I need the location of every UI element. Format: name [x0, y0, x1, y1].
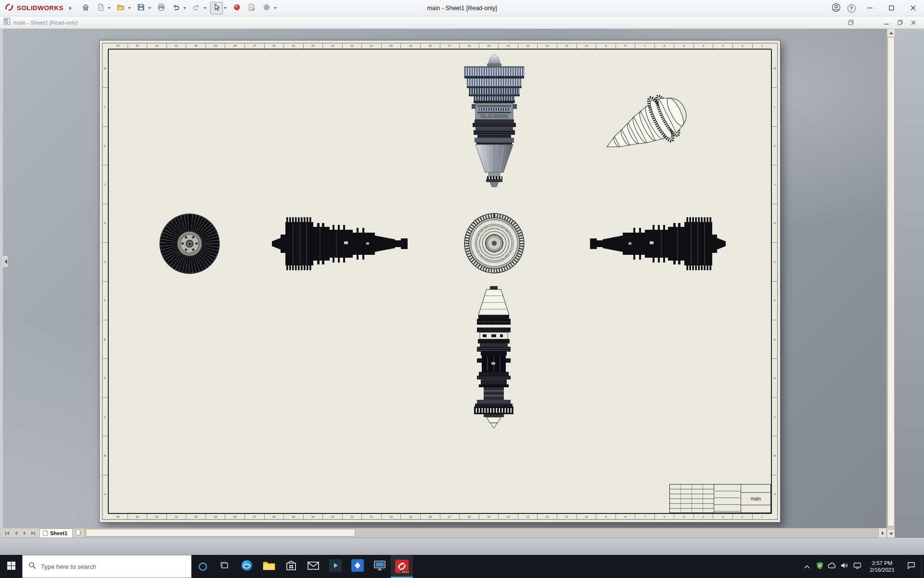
open-button[interactable] — [115, 2, 127, 14]
minimize-button[interactable] — [859, 0, 881, 16]
zone-label: 14 — [499, 514, 518, 520]
drawing-view-top-shaded[interactable] — [458, 54, 530, 198]
tile-windows-button[interactable] — [844, 18, 858, 27]
hidden-icons-button[interactable] — [801, 555, 813, 578]
home-button[interactable] — [79, 2, 92, 14]
first-sheet-button[interactable] — [3, 528, 12, 538]
drawing-sheet[interactable]: 3433323130292827262524232221201918171615… — [99, 40, 781, 523]
new-document-dropdown-icon[interactable] — [108, 7, 111, 9]
zone-label: B — [772, 436, 778, 475]
zone-label: L — [772, 88, 778, 126]
blue-app-button[interactable] — [346, 555, 369, 578]
help-button[interactable]: ? — [844, 0, 859, 16]
zone-label: 2 — [733, 43, 753, 49]
vertical-scrollbar[interactable] — [886, 29, 895, 538]
undo-dropdown-icon[interactable] — [183, 7, 186, 9]
new-document-button[interactable] — [94, 2, 107, 14]
zone-label: D — [772, 359, 778, 397]
3dexperience-button[interactable] — [231, 2, 243, 14]
taskbar-clock[interactable]: 3:57 PM 2/16/2021 — [863, 555, 901, 578]
file-explorer-button[interactable] — [258, 555, 280, 578]
drawing-view-side-left[interactable] — [272, 214, 413, 273]
maximize-button[interactable] — [881, 0, 902, 16]
zone-label: 26 — [265, 514, 284, 520]
zone-label: 24 — [304, 514, 323, 520]
select-tool-button[interactable] — [210, 2, 223, 14]
solidworks-taskbar-button[interactable]: 2021 — [391, 555, 413, 578]
monitor-app-button[interactable] — [369, 555, 391, 578]
child-close-button[interactable] — [907, 18, 920, 27]
zone-label: 7 — [635, 514, 655, 520]
horizontal-scrollbar-thumb[interactable] — [86, 529, 355, 537]
options-dropdown-icon[interactable] — [274, 7, 277, 9]
options-button[interactable] — [260, 2, 273, 14]
vertical-scrollbar-thumb[interactable] — [887, 37, 895, 526]
scroll-down-button[interactable] — [887, 530, 895, 538]
store-button[interactable] — [280, 555, 302, 578]
drawing-view-front-fan[interactable] — [160, 214, 219, 273]
zone-label: 15 — [479, 43, 499, 49]
menu-expand-arrow-icon[interactable] — [69, 6, 72, 10]
show-desktop-button[interactable] — [921, 555, 924, 578]
close-button[interactable] — [902, 0, 924, 16]
mail-button[interactable] — [302, 555, 324, 578]
cloud-icon — [828, 562, 836, 571]
drawing-view-bottom[interactable] — [462, 285, 525, 430]
zone-label: 1 — [753, 43, 772, 49]
featuremanager-collapse-handle[interactable] — [3, 255, 9, 268]
select-dropdown-icon[interactable] — [224, 7, 227, 9]
print-button[interactable] — [155, 2, 167, 14]
tab-sheet1[interactable]: Sheet1 — [39, 528, 73, 538]
redo-button[interactable] — [190, 2, 203, 14]
child-restore-button[interactable] — [893, 18, 907, 27]
open-dropdown-icon[interactable] — [128, 7, 131, 9]
zone-label: 17 — [440, 514, 460, 520]
minimize-icon — [867, 4, 873, 13]
zone-label: 22 — [343, 43, 362, 49]
save-button[interactable] — [135, 2, 147, 14]
task-view-button[interactable] — [214, 555, 236, 578]
next-sheet-button[interactable] — [20, 528, 29, 538]
previous-sheet-button[interactable] — [12, 528, 20, 538]
security-tray-button[interactable] — [813, 555, 826, 578]
zone-label: 6 — [655, 43, 675, 49]
redo-icon — [192, 3, 200, 13]
drawing-name: main — [741, 493, 770, 505]
previous-sheet-icon — [15, 531, 17, 535]
task-pane-collapsed-strip[interactable] — [895, 29, 924, 538]
file-properties-button[interactable] — [245, 2, 258, 14]
solidworks-version-badge: 2021 — [401, 570, 410, 574]
taskbar-search[interactable] — [22, 555, 192, 578]
drawing-view-side-right[interactable] — [584, 214, 726, 273]
zone-ruler-top: 3433323130292827262524232221201918171615… — [108, 43, 771, 49]
title-block[interactable]: main — [669, 484, 771, 513]
scroll-right-button[interactable] — [878, 528, 886, 538]
ring-center — [492, 241, 497, 246]
zone-label: A — [772, 475, 778, 513]
cortana-button[interactable] — [192, 555, 214, 578]
child-minimize-button[interactable] — [880, 18, 893, 27]
drawing-view-isometric[interactable] — [595, 80, 713, 165]
graphics-viewport[interactable]: 3433323130292827262524232221201918171615… — [3, 29, 886, 528]
redo-dropdown-icon[interactable] — [204, 7, 206, 9]
action-center-button[interactable] — [901, 555, 921, 578]
cloud-sync-tray-button[interactable] — [826, 555, 838, 578]
solidworks-logo[interactable]: SOLIDWORKS — [0, 2, 67, 14]
scroll-right-icon — [882, 531, 884, 535]
zone-label: 3 — [713, 514, 733, 520]
media-app-button[interactable] — [324, 555, 346, 578]
drawing-view-front-center[interactable] — [465, 214, 524, 273]
last-sheet-button[interactable] — [29, 528, 38, 538]
edge-browser-icon — [241, 559, 253, 574]
network-tray-button[interactable] — [851, 555, 863, 578]
volume-tray-button[interactable] — [838, 555, 851, 578]
save-dropdown-icon[interactable] — [148, 7, 151, 9]
edge-browser-button[interactable] — [236, 555, 258, 578]
add-sheet-button[interactable] — [73, 528, 84, 538]
user-account-button[interactable] — [828, 0, 844, 16]
horizontal-scrollbar[interactable] — [84, 528, 878, 538]
taskbar-search-input[interactable] — [41, 555, 191, 578]
undo-button[interactable] — [170, 2, 182, 14]
scroll-up-button[interactable] — [887, 29, 895, 37]
start-button[interactable] — [0, 555, 22, 578]
